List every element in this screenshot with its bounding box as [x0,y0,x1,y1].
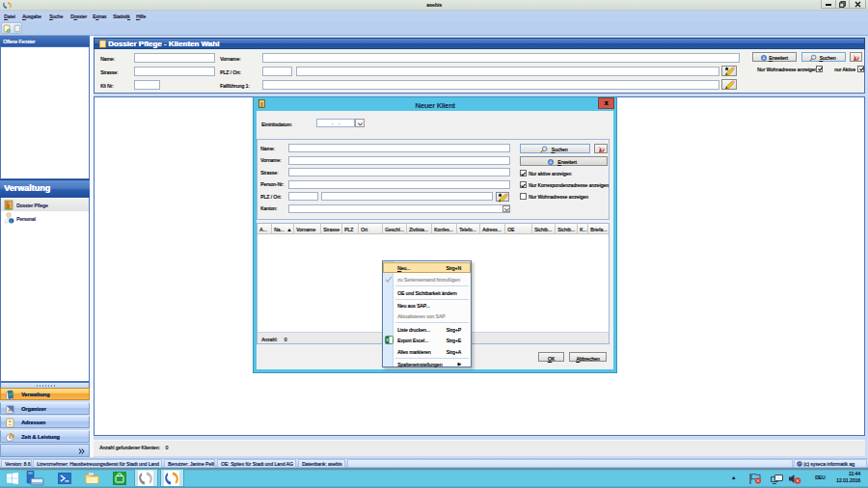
svg-text:i: i [11,219,12,224]
